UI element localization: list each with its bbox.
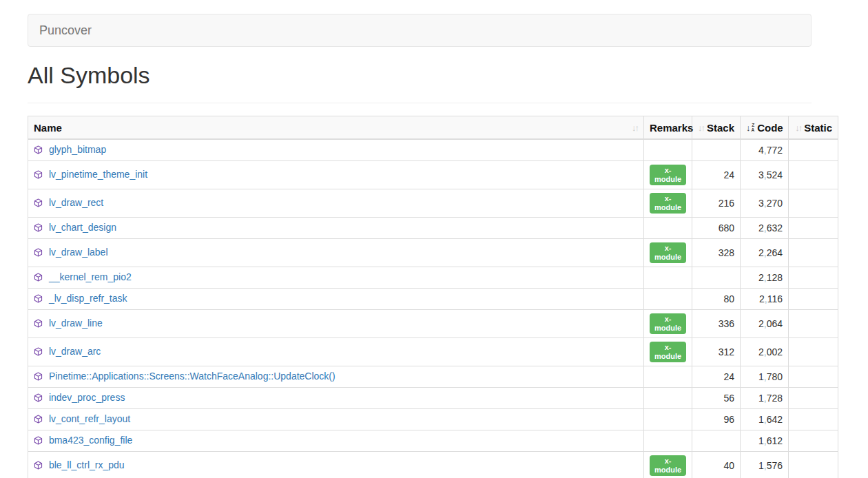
static-cell	[789, 451, 838, 478]
stack-cell: 328	[692, 238, 741, 267]
name-cell: glyph_bitmap	[28, 139, 644, 160]
name-cell: lv_pinetime_theme_init	[28, 160, 644, 189]
stack-cell: 80	[692, 288, 741, 309]
column-label-name: Name	[34, 122, 62, 134]
code-cell: 2,264	[741, 238, 789, 267]
code-cell: 3,270	[741, 189, 789, 217]
sort-descending-icon: ↓ZA	[746, 123, 754, 132]
name-cell: ble_ll_ctrl_rx_pdu	[28, 451, 644, 478]
symbol-link[interactable]: lv_draw_rect	[49, 197, 103, 208]
remarks-cell: x-module	[644, 451, 692, 478]
table-row: lv_chart_design 680 2,632	[28, 217, 838, 238]
name-cell: _lv_disp_refr_task	[28, 288, 644, 309]
column-label-stack: Stack	[707, 122, 734, 134]
name-cell: bma423_config_file	[28, 430, 644, 451]
static-cell	[789, 189, 838, 217]
x-module-badge: x-module	[650, 242, 686, 263]
divider	[28, 103, 812, 103]
symbol-cube-icon	[34, 273, 43, 284]
symbol-cube-icon	[34, 319, 43, 330]
table-row: __kernel_rem_pio2 2,128	[28, 267, 838, 288]
symbol-link[interactable]: lv_chart_design	[49, 222, 116, 233]
column-header-remarks[interactable]: Remarks	[644, 116, 692, 140]
name-cell: lv_draw_line	[28, 309, 644, 337]
x-module-badge: x-module	[650, 193, 686, 214]
stack-cell: 312	[692, 337, 741, 366]
code-cell: 2,116	[741, 288, 789, 309]
page: Puncover All Symbols Name ↓↑ Remarks	[0, 0, 868, 478]
code-cell: 2,632	[741, 217, 789, 238]
static-cell	[789, 160, 838, 189]
stack-cell: 336	[692, 309, 741, 337]
symbol-cube-icon	[34, 461, 43, 472]
remarks-cell	[644, 139, 692, 160]
symbol-link[interactable]: indev_proc_press	[49, 392, 125, 403]
remarks-cell	[644, 267, 692, 288]
symbol-link[interactable]: glyph_bitmap	[49, 144, 106, 155]
table-row: lv_draw_label x-module 328 2,264	[28, 238, 838, 267]
symbol-link[interactable]: ble_ll_ctrl_rx_pdu	[49, 459, 125, 470]
table-row: glyph_bitmap 4,772	[28, 139, 838, 160]
column-label-static: Static	[804, 122, 832, 134]
symbol-cube-icon	[34, 223, 43, 234]
table-row: lv_draw_arc x-module 312 2,002	[28, 337, 838, 366]
code-cell: 3,524	[741, 160, 789, 189]
column-header-code[interactable]: ↓ZA Code	[741, 116, 789, 140]
stack-cell	[692, 430, 741, 451]
remarks-cell	[644, 430, 692, 451]
column-label-remarks: Remarks	[650, 122, 693, 134]
symbol-cube-icon	[34, 393, 43, 404]
name-cell: indev_proc_press	[28, 387, 644, 408]
x-module-badge: x-module	[650, 342, 686, 362]
name-cell: lv_draw_arc	[28, 337, 644, 366]
symbol-cube-icon	[34, 145, 43, 156]
code-cell: 2,002	[741, 337, 789, 366]
symbol-link[interactable]: lv_cont_refr_layout	[49, 413, 130, 424]
name-cell: lv_draw_rect	[28, 189, 644, 217]
symbol-link[interactable]: lv_draw_line	[49, 318, 103, 329]
remarks-cell	[644, 408, 692, 430]
remarks-cell: x-module	[644, 238, 692, 267]
code-cell: 1,642	[741, 408, 789, 430]
navbar-brand[interactable]: Puncover	[28, 23, 103, 38]
sort-unsorted-icon: ↓↑	[632, 123, 638, 132]
symbol-cube-icon	[34, 347, 43, 358]
symbols-table-body: glyph_bitmap 4,772 lv_pinetime_theme_ini…	[28, 139, 838, 478]
stack-cell: 40	[692, 451, 741, 478]
code-cell: 1,780	[741, 366, 789, 387]
symbol-link[interactable]: __kernel_rem_pio2	[49, 271, 132, 282]
table-row: _lv_disp_refr_task 80 2,116	[28, 288, 838, 309]
symbol-link[interactable]: _lv_disp_refr_task	[49, 293, 127, 304]
symbol-cube-icon	[34, 436, 43, 447]
stack-cell: 96	[692, 408, 741, 430]
stack-cell	[692, 267, 741, 288]
symbol-cube-icon	[34, 170, 43, 181]
remarks-cell: x-module	[644, 337, 692, 366]
code-cell: 2,064	[741, 309, 789, 337]
static-cell	[789, 366, 838, 387]
symbol-cube-icon	[34, 198, 43, 209]
column-header-stack[interactable]: ↓↑ Stack	[692, 116, 741, 140]
symbol-link[interactable]: bma423_config_file	[49, 435, 132, 446]
name-cell: __kernel_rem_pio2	[28, 267, 644, 288]
symbol-cube-icon	[34, 372, 43, 383]
symbol-link[interactable]: Pinetime::Applications::Screens::WatchFa…	[49, 371, 335, 382]
symbol-link[interactable]: lv_pinetime_theme_init	[49, 169, 147, 180]
static-cell	[789, 267, 838, 288]
code-cell: 1,576	[741, 451, 789, 478]
symbol-link[interactable]: lv_draw_label	[49, 247, 108, 258]
stack-cell	[692, 139, 741, 160]
remarks-cell	[644, 366, 692, 387]
column-header-name[interactable]: Name ↓↑	[28, 116, 644, 140]
static-cell	[789, 430, 838, 451]
name-cell: lv_draw_label	[28, 238, 644, 267]
symbol-cube-icon	[34, 294, 43, 305]
table-row: lv_draw_rect x-module 216 3,270	[28, 189, 838, 217]
symbol-link[interactable]: lv_draw_arc	[49, 346, 101, 357]
column-header-static[interactable]: ↓↑ Static	[789, 116, 838, 140]
name-cell: Pinetime::Applications::Screens::WatchFa…	[28, 366, 644, 387]
sort-unsorted-icon: ↓↑	[698, 123, 704, 132]
static-cell	[789, 408, 838, 430]
remarks-cell	[644, 387, 692, 408]
static-cell	[789, 337, 838, 366]
